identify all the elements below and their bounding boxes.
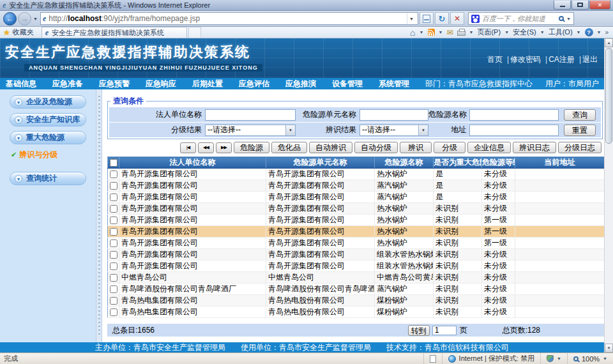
new-tab-button[interactable] (188, 27, 201, 38)
reset-button[interactable]: 重置 (564, 125, 596, 136)
row-checkbox[interactable] (110, 251, 117, 259)
toolbar-button[interactable]: 危险源 (234, 142, 269, 153)
home-icon[interactable]: ⌂ (410, 29, 415, 36)
favorites-star-icon[interactable]: ★ (3, 28, 10, 37)
menu-page[interactable]: 页面(P) (477, 27, 501, 37)
toolbar-button[interactable]: 辨识 (400, 142, 432, 153)
table-row[interactable]: 青岛开源集团有限公司青岛开源集团有限公司蒸汽锅炉是未分级 (108, 180, 605, 192)
table-row[interactable]: 青岛开源集团有限公司青岛开源集团有限公司组装水管热水锅炉未识别未分级 (108, 261, 605, 272)
nav-item[interactable]: 应急响应 (146, 79, 176, 89)
toolbar-button[interactable]: 分级日志 (558, 142, 602, 153)
table-row[interactable]: 青岛开源集团有限公司青岛开源集团有限公司热水锅炉未识别第一级 (108, 238, 605, 249)
row-checkbox[interactable] (110, 205, 117, 213)
row-checkbox[interactable] (110, 193, 117, 201)
browser-tab[interactable]: e 安全生产应急救援指挥辅助决策系统 (42, 27, 187, 38)
zoom-control[interactable]: 100% ▼ (567, 353, 613, 364)
nav-item[interactable]: 应急评估 (239, 79, 269, 89)
help-icon[interactable]: ? (585, 28, 593, 36)
page-dropdown-icon[interactable]: ▼ (504, 30, 509, 34)
print-icon[interactable] (457, 31, 465, 36)
search-box[interactable]: 百度一下，你就知道 ▼ (468, 12, 574, 25)
rss-dropdown-icon[interactable]: ▼ (439, 30, 443, 34)
stop-button[interactable]: ✕ (450, 12, 464, 25)
scrollbar-thumb[interactable] (605, 48, 612, 144)
url-field[interactable]: e http://localhost:90/yjzh/frame/homepag… (40, 12, 418, 25)
table-row[interactable]: 青岛开源集团有限公司青岛开源集团有限公司蒸汽锅炉是未分级 (108, 192, 605, 203)
search-input[interactable]: 百度一下，你就知道 (482, 14, 556, 24)
safety-dropdown-icon[interactable]: ▼ (540, 30, 545, 34)
top-link[interactable]: 退出 (575, 55, 598, 64)
search-dropdown-icon[interactable]: ▼ (566, 17, 571, 21)
sidebar-splitter[interactable] (96, 89, 102, 342)
row-checkbox[interactable] (110, 297, 117, 305)
home-dropdown-icon[interactable]: ▼ (420, 30, 424, 34)
row-checkbox[interactable] (110, 262, 117, 270)
row-checkbox[interactable] (110, 228, 117, 236)
sidebar-item-query-stats[interactable]: ▼ 查询统计 (10, 172, 86, 185)
status-filter-segment[interactable]: ▼ (540, 353, 567, 364)
corp-name-input[interactable] (205, 109, 296, 121)
toolbar-button[interactable]: 自动辨识 (309, 142, 352, 153)
page-number-input[interactable] (432, 326, 457, 335)
menu-tools[interactable]: 工具(O) (549, 27, 573, 37)
nav-item[interactable]: 应急预警 (99, 79, 130, 89)
refresh-button[interactable]: ↻ (435, 12, 449, 25)
hazard-name-input[interactable] (469, 109, 559, 121)
forward-button[interactable]: → (18, 12, 31, 26)
favorites-label[interactable]: 收藏夹 (13, 27, 34, 37)
grade-result-select[interactable]: --请选择--▼ (205, 125, 296, 136)
pager-button[interactable]: ▶▶ (216, 142, 232, 153)
sidebar-item-enterprise-hazard[interactable]: ▼ 企业及危险源 (10, 95, 86, 109)
help-dropdown-icon[interactable]: ▼ (597, 30, 602, 34)
vertical-scrollbar[interactable]: ▲ ▼ (604, 38, 613, 353)
nav-item[interactable]: 后期处置 (192, 79, 223, 89)
menu-safety[interactable]: 安全(S) (513, 27, 536, 37)
toolbar-button[interactable]: 危化品 (271, 142, 307, 153)
print-dropdown-icon[interactable]: ▼ (469, 30, 474, 34)
toolbar-button[interactable]: 自动分级 (354, 142, 398, 153)
pager-button[interactable]: |◀ (180, 142, 196, 153)
scroll-up-icon[interactable]: ▲ (605, 38, 613, 47)
row-checkbox[interactable] (110, 239, 117, 247)
toolbar-button[interactable]: 辨识日志 (513, 142, 556, 153)
overflow-chevron-icon[interactable]: » (605, 29, 609, 36)
row-checkbox[interactable] (110, 171, 117, 178)
scroll-down-icon[interactable]: ▼ (605, 344, 613, 353)
table-row[interactable]: 青岛开源集团有限公司青岛开源集团有限公司热水锅炉未识别第一级 (108, 215, 605, 226)
rss-feed-icon[interactable] (428, 29, 435, 36)
pager-button[interactable]: ◀◀ (198, 142, 214, 153)
tools-dropdown-icon[interactable]: ▼ (577, 30, 581, 34)
row-checkbox[interactable] (110, 285, 117, 293)
nav-item[interactable]: 基础信息 (6, 79, 36, 89)
table-row[interactable]: 中燃青岛公司中燃青岛公司中燃青岛公司黄岛油库锅炉未识别未分级 (108, 272, 605, 284)
top-link[interactable]: 首页 (487, 55, 503, 64)
row-checkbox[interactable] (110, 182, 117, 190)
sidebar-subitem-identify-grade[interactable]: ✔ 辨识与分级 (0, 149, 96, 162)
url-text[interactable]: http://localhost:90/yjzh/frame/homepage.… (49, 14, 404, 23)
sidebar-item-knowledge-base[interactable]: ▼ 安全生产知识库 (10, 113, 86, 126)
close-button[interactable]: ✕ (589, 1, 610, 10)
nav-item[interactable]: 设备管理 (332, 79, 363, 89)
table-row[interactable]: 青岛啤酒股份有限公司青岛啤酒厂青岛啤酒股份有限公司青岛啤酒厂蒸汽锅炉未识别未分级 (108, 284, 605, 295)
back-button[interactable]: ← (3, 12, 17, 26)
compatibility-view-button[interactable] (420, 12, 434, 25)
row-checkbox[interactable] (110, 216, 117, 224)
search-icon[interactable] (559, 16, 564, 21)
sidebar-item-major-hazard[interactable]: ▼ 重大危险源 (10, 131, 86, 144)
toolbar-button[interactable]: 分级 (434, 142, 465, 153)
nav-item[interactable]: 应急推演 (285, 79, 316, 89)
identify-result-select[interactable]: --请选择--▼ (359, 125, 428, 136)
table-row[interactable]: 青岛开源集团有限公司青岛开源集团有限公司热水锅炉是未分级 (108, 169, 605, 180)
minimize-button[interactable] (554, 1, 571, 10)
top-link[interactable]: 修改密码 (503, 55, 541, 64)
table-row[interactable]: 青岛开源集团有限公司青岛开源集团有限公司热水锅炉未识别第一级 (108, 226, 605, 238)
table-row[interactable]: 青岛热电集团有限公司青岛热电股份有限公司煤粉锅炉未识别未分级 (108, 307, 605, 318)
row-checkbox[interactable] (110, 274, 117, 282)
nav-item[interactable]: 系统管理 (379, 79, 409, 89)
mail-icon[interactable]: ✉ (446, 28, 453, 37)
history-dropdown-icon[interactable]: ▼ (33, 17, 38, 21)
row-checkbox[interactable] (110, 308, 117, 316)
top-link[interactable]: CA注册 (541, 55, 575, 64)
address-input[interactable] (469, 125, 559, 136)
toolbar-button[interactable]: 企业信息 (467, 142, 511, 153)
